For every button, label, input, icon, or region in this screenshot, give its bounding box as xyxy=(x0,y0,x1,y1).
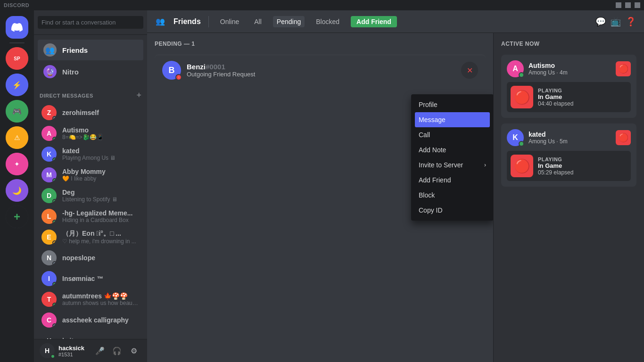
headset-button[interactable]: 🎧 xyxy=(109,343,124,358)
context-menu-item[interactable]: Add Note xyxy=(415,142,490,157)
dm-name: Autismo xyxy=(62,126,140,134)
server-icon-1[interactable]: SP xyxy=(6,47,28,70)
page-title: Friends xyxy=(173,17,201,26)
context-menu-item-label: Profile xyxy=(419,101,438,108)
game-time: 05:29 elapsed xyxy=(538,169,627,176)
dm-header-label: DIRECT MESSAGES xyxy=(40,93,93,99)
tab-blocked[interactable]: Blocked xyxy=(312,16,343,27)
server-icon-7[interactable]: + xyxy=(6,206,28,228)
context-menu-item[interactable]: Call xyxy=(415,127,490,142)
tab-all[interactable]: All xyxy=(250,16,265,27)
dm-list-item[interactable]: I Insømniac ™ xyxy=(38,268,143,289)
dm-avatar: M xyxy=(41,167,57,182)
dm-avatar: A xyxy=(41,126,57,141)
friend-avatar-text: B xyxy=(169,66,175,75)
active-now-card: K kated Among Us · 5m 🔴 🔴 Playing In Gam… xyxy=(501,123,636,187)
dm-list-item[interactable]: N nopeslope xyxy=(38,247,143,268)
tab-online[interactable]: Online xyxy=(216,16,243,27)
mic-button[interactable]: 🎤 xyxy=(92,343,107,358)
dm-list-item[interactable]: E （月）Eon ゚i°。□ ... ♡ help me, i'm drowni… xyxy=(38,227,143,247)
dm-status-indicator xyxy=(52,199,57,203)
dm-list-item[interactable]: A Autismo 8=🍋=>🐉😂📱 xyxy=(38,123,143,144)
dm-avatar: E xyxy=(41,230,57,245)
context-menu-item[interactable]: Profile xyxy=(415,97,490,112)
dm-list-item[interactable]: K kated Playing Among Us 🖥 xyxy=(38,144,143,165)
dm-list-item[interactable]: M Abby Mommy 🧡 I like abby xyxy=(38,165,143,185)
server-icon-5[interactable]: ✦ xyxy=(6,153,28,175)
dm-list-item[interactable]: L -hg- Legalized Meme... Hiding in a Car… xyxy=(38,206,143,227)
dm-list-item[interactable]: Z zerohimself xyxy=(38,102,143,123)
active-user-info: kated Among Us · 5m xyxy=(528,131,611,145)
dm-status-text: Listening to Spotify 🖥 xyxy=(62,196,140,203)
server-icon-2[interactable]: ⚡ xyxy=(6,74,28,96)
close-button[interactable]: ✕ xyxy=(635,2,640,8)
active-user-sub: Among Us · 4m xyxy=(528,69,611,76)
nav-section: 👥 Friends 🔮 Nitro DIRECT MESSAGES + Z ze… xyxy=(34,35,147,339)
context-menu-item-label: Message xyxy=(419,116,446,123)
game-icon: 🔴 xyxy=(511,155,533,177)
dm-info: Insømniac ™ xyxy=(62,275,140,282)
server-icon-3[interactable]: 🎮 xyxy=(6,100,28,123)
game-name: In Game xyxy=(538,162,627,169)
discord-home-icon[interactable] xyxy=(6,16,28,39)
dm-status-text: 8=🍋=>🐉😂📱 xyxy=(62,134,140,140)
context-menu-item[interactable]: Invite to Server › xyxy=(415,157,490,173)
dm-avatar: K xyxy=(41,147,57,162)
dm-status-indicator xyxy=(52,116,57,120)
dm-add-button[interactable]: + xyxy=(136,90,141,100)
main-content: 👥 Friends Online All Pending Blocked Add… xyxy=(147,10,644,362)
dm-name: zerohimself xyxy=(62,109,140,116)
active-now-card: A Autismo Among Us · 4m 🔴 🔴 Playing In G… xyxy=(501,55,636,118)
top-bar: 👥 Friends Online All Pending Blocked Add… xyxy=(147,10,644,33)
context-menu-item[interactable]: Block xyxy=(415,188,490,203)
nav-nitro[interactable]: 🔮 Nitro xyxy=(38,61,143,82)
nav-friends[interactable]: 👥 Friends xyxy=(38,40,143,60)
new-group-dm-icon[interactable]: 💬 xyxy=(595,16,606,27)
minimize-button[interactable]: — xyxy=(616,2,621,8)
dm-list-item[interactable]: K kaito-san xyxy=(38,330,143,339)
friends-list: PENDING — 1 B ↑ Benzi#0001 Outgoing Frie… xyxy=(147,33,493,362)
context-menu-item[interactable]: Copy ID xyxy=(415,203,490,218)
dm-name: -hg- Legalized Meme... xyxy=(62,209,140,217)
dm-name: asscheek calligraphy xyxy=(62,316,140,324)
active-user-status-dot xyxy=(519,141,524,147)
user-avatar-text: H xyxy=(45,347,50,354)
game-name: In Game xyxy=(538,93,627,100)
dm-list-item[interactable]: D Deg Listening to Spotify 🖥 xyxy=(38,185,143,206)
game-time: 04:40 elapsed xyxy=(538,100,627,107)
context-menu-item[interactable]: Add Friend xyxy=(415,173,490,188)
active-card-user: A Autismo Among Us · 4m 🔴 xyxy=(507,60,631,77)
dm-list-item[interactable]: T autumntrees 🍁🍄🍄 autumn shows us how be… xyxy=(38,289,143,310)
maximize-button[interactable]: □ xyxy=(625,2,631,8)
server-icon-6[interactable]: 🌙 xyxy=(6,179,28,202)
help-icon[interactable]: ❓ xyxy=(625,16,636,27)
server-icon-4[interactable]: ⚠ xyxy=(6,126,28,149)
dm-info: Abby Mommy 🧡 I like abby xyxy=(62,168,140,182)
settings-button[interactable]: ⚙ xyxy=(126,343,141,358)
cancel-friend-request-button[interactable]: ✕ xyxy=(461,62,478,79)
dm-status-indicator xyxy=(52,178,57,182)
dm-status-indicator xyxy=(52,240,57,245)
dm-status-text: autumn shows us how beauti... xyxy=(62,300,140,306)
window-controls: — □ ✕ xyxy=(616,2,640,8)
dm-name: nopeslope xyxy=(62,254,140,262)
pending-header: PENDING — 1 xyxy=(155,41,486,47)
add-friend-button[interactable]: Add Friend xyxy=(351,16,397,27)
friend-avatar: B ↑ xyxy=(162,61,181,80)
inbox-icon[interactable]: 📺 xyxy=(610,16,621,27)
dm-avatar: I xyxy=(41,271,57,286)
search-input[interactable] xyxy=(38,16,143,29)
dm-name: Deg xyxy=(62,189,140,196)
context-menu-item[interactable]: Message xyxy=(415,112,490,127)
dm-status-indicator xyxy=(52,303,57,307)
active-game-thumbnail: 🔴 xyxy=(616,61,631,76)
nitro-nav-icon: 🔮 xyxy=(43,65,57,78)
tab-pending[interactable]: Pending xyxy=(273,16,305,27)
dm-list-item[interactable]: C asscheek calligraphy xyxy=(38,310,143,330)
dm-status-text: Playing Among Us 🖥 xyxy=(62,155,140,161)
dm-avatar: D xyxy=(41,188,57,203)
dm-info: autumntrees 🍁🍄🍄 autumn shows us how beau… xyxy=(62,292,140,306)
friend-info: Benzi#0001 Outgoing Friend Request xyxy=(187,63,461,78)
active-user-info: Autismo Among Us · 4m xyxy=(528,62,611,76)
dm-info: zerohimself xyxy=(62,109,140,116)
